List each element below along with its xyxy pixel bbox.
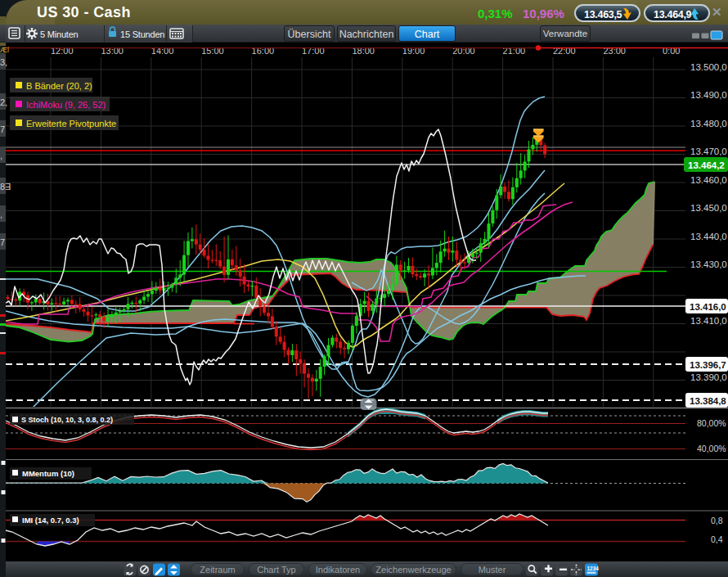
svg-text:13.440,0: 13.440,0 <box>690 232 727 241</box>
svg-text:13.450,0: 13.450,0 <box>690 203 727 213</box>
svg-text:13.384,8: 13.384,8 <box>690 396 726 406</box>
svg-text:13.390,0: 13.390,0 <box>690 372 727 382</box>
svg-text:40,00%: 40,00% <box>697 444 726 453</box>
svg-text:Erweiterte Pivotpunkte: Erweiterte Pivotpunkte <box>26 119 116 128</box>
svg-text:7: 7 <box>0 237 5 247</box>
svg-text:80,00%: 80,00% <box>697 418 726 428</box>
svg-text:MMentum (10): MMentum (10) <box>22 469 74 478</box>
svg-text:8Ǝ: 8Ǝ <box>0 182 11 192</box>
svg-text:2,: 2, <box>0 97 7 107</box>
svg-text:IchiMoku (9, 26, 52): IchiMoku (9, 26, 52) <box>26 100 106 110</box>
svg-text:13.430,0: 13.430,0 <box>690 259 727 269</box>
svg-text:13.396,7: 13.396,7 <box>690 360 726 370</box>
svg-text:0,8: 0,8 <box>711 516 723 525</box>
svg-text:7: 7 <box>0 124 5 134</box>
svg-text:13.410,0: 13.410,0 <box>690 316 727 326</box>
svg-text:S Stoch (10, 10, 3, 0.8, 0.2): S Stoch (10, 10, 3, 0.8, 0.2) <box>21 416 113 424</box>
svg-text:,: , <box>0 151 2 160</box>
svg-text:Æl: Æl <box>0 46 9 54</box>
svg-text:B Bänder (20, 2): B Bänder (20, 2) <box>26 81 92 91</box>
svg-text:13.480,0: 13.480,0 <box>690 119 727 128</box>
svg-text:0,4: 0,4 <box>711 534 723 544</box>
svg-text:,: , <box>0 210 2 219</box>
svg-text:13.460,0: 13.460,0 <box>690 175 727 185</box>
svg-text:IMI (14, 0.7, 0.3): IMI (14, 0.7, 0.3) <box>22 516 79 525</box>
svg-text:3,: 3, <box>0 57 7 67</box>
svg-text:13.416,0: 13.416,0 <box>690 302 726 312</box>
svg-text:13.464,2: 13.464,2 <box>688 160 725 170</box>
svg-text:13.500,0: 13.500,0 <box>690 62 727 72</box>
svg-text:13.470,0: 13.470,0 <box>690 147 727 156</box>
svg-text:1234: 1234 <box>587 566 600 571</box>
svg-text:13.490,0: 13.490,0 <box>690 90 727 100</box>
